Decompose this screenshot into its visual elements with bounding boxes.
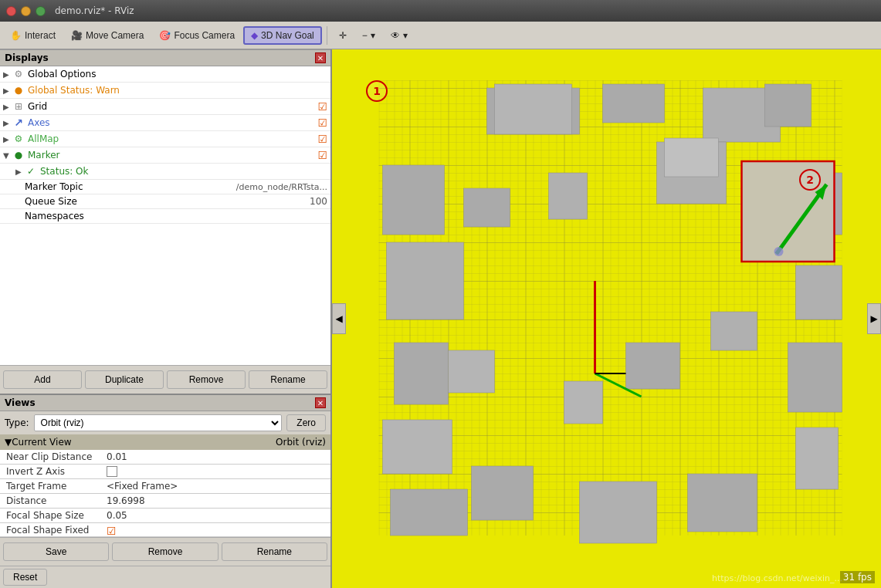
- svg-rect-19: [665, 138, 719, 177]
- rename-view-button[interactable]: Rename: [222, 542, 327, 561]
- near-clip-label: Near Clip Distance: [6, 451, 107, 462]
- focal-shape-fixed-checkbox[interactable]: ☑: [107, 525, 117, 535]
- svg-rect-17: [796, 427, 839, 489]
- arrow-right-button[interactable]: ▶: [867, 303, 881, 334]
- views-section: Views ✕ Type: Orbit (rviz) Zero ▼ Curren…: [0, 394, 330, 566]
- cv-row-focal-shape-fixed: Focal Shape Fixed Size ☑: [0, 523, 330, 537]
- rename-display-button[interactable]: Rename: [249, 370, 327, 389]
- axes-checkbox[interactable]: ☑: [317, 117, 327, 129]
- current-view-section: ▼ Current View Orbit (rviz) Near Clip Di…: [0, 434, 330, 537]
- minimize-button[interactable]: [21, 6, 31, 16]
- allmap-checkbox[interactable]: ☑: [317, 133, 327, 145]
- add-toolbar-button[interactable]: ✛: [332, 27, 354, 44]
- window-title: demo.rviz* - RViz: [55, 5, 134, 16]
- remove-display-button[interactable]: Remove: [167, 370, 246, 389]
- close-button[interactable]: [6, 6, 16, 16]
- grid-icon: ⊞: [12, 100, 25, 113]
- focus-camera-button[interactable]: 🎯 Focus Camera: [152, 27, 242, 44]
- displays-list: ▶ ⚙ Global Options ▶ ● Global Status: Wa…: [0, 66, 330, 365]
- displays-close-button[interactable]: ✕: [315, 52, 326, 63]
- viewport[interactable]: ◀ ▶ 1 2 https://blog.csdn.net/weixin_...…: [332, 49, 881, 588]
- queue-size-value: 100: [310, 196, 327, 207]
- cv-row-distance: Distance 19.6998: [0, 494, 330, 509]
- cv-row-invert-z: Invert Z Axis: [0, 465, 330, 479]
- expand-arrow-allmap: ▶: [3, 135, 12, 144]
- views-buttons: Save Remove Rename: [0, 537, 330, 566]
- distance-label: Distance: [6, 495, 107, 506]
- maximize-button[interactable]: [36, 6, 46, 16]
- marker-topic-value: /demo_node/RRTsta...: [236, 182, 327, 192]
- left-panel: Displays ✕ ▶ ⚙ Global Options ▶ ● Global…: [0, 49, 332, 588]
- duplicate-display-button[interactable]: Duplicate: [85, 370, 164, 389]
- current-view-type: Orbit (rviz): [276, 437, 326, 448]
- svg-rect-21: [549, 173, 588, 219]
- svg-rect-6: [603, 84, 665, 123]
- reset-button[interactable]: Reset: [3, 569, 47, 586]
- svg-rect-5: [495, 84, 572, 134]
- interact-label: Interact: [25, 30, 56, 41]
- svg-rect-12: [383, 420, 452, 474]
- allmap-label: AllMap: [28, 133, 173, 144]
- marker-topic-label: Marker Topic: [25, 181, 130, 192]
- zero-button[interactable]: Zero: [286, 414, 326, 431]
- grid-checkbox[interactable]: ☑: [317, 100, 327, 113]
- display-item-global-options[interactable]: ▶ ⚙ Global Options: [0, 66, 330, 83]
- display-item-queue-size[interactable]: Queue Size 100: [0, 194, 330, 209]
- eye-toolbar-button[interactable]: 👁 ▾: [384, 27, 415, 44]
- remove-view-button[interactable]: Remove: [112, 542, 218, 561]
- svg-rect-10: [387, 242, 464, 319]
- svg-point-35: [774, 247, 784, 256]
- svg-rect-9: [383, 165, 445, 235]
- invert-z-checkbox[interactable]: [107, 466, 117, 477]
- minus-toolbar-button[interactable]: − ▾: [355, 27, 382, 44]
- toolbar-separator: [327, 26, 327, 45]
- move-camera-label: Move Camera: [86, 30, 144, 41]
- axes-label: Axes: [28, 117, 173, 128]
- move-camera-button[interactable]: 🎥 Move Camera: [64, 27, 151, 44]
- focal-shape-size-value: 0.05: [107, 510, 127, 521]
- minus-icon: −: [362, 30, 368, 41]
- interact-button[interactable]: ✋ Interact: [3, 27, 63, 44]
- svg-rect-8: [765, 84, 812, 127]
- current-view-header: ▼ Current View Orbit (rviz): [0, 434, 330, 450]
- svg-rect-11: [395, 343, 449, 404]
- nav-goal-button[interactable]: ◆ 3D Nav Goal: [243, 26, 322, 45]
- invert-z-label: Invert Z Axis: [6, 466, 107, 477]
- near-clip-value: 0.01: [107, 451, 127, 462]
- cv-row-near-clip: Near Clip Distance 0.01: [0, 450, 330, 465]
- display-item-axes[interactable]: ▶ ↗ Axes ☑: [0, 115, 330, 131]
- marker-checkbox[interactable]: ☑: [317, 149, 327, 161]
- allmap-icon: ⚙: [12, 133, 25, 145]
- display-item-marker-topic[interactable]: Marker Topic /demo_node/RRTsta...: [0, 180, 330, 194]
- dropdown-icon: ▾: [371, 30, 375, 41]
- expand-arrow-global-options: ▶: [3, 70, 12, 79]
- nav-goal-label: 3D Nav Goal: [261, 30, 314, 41]
- distance-value: 19.6998: [107, 495, 145, 506]
- expand-arrow-grid: ▶: [3, 103, 12, 111]
- add-display-button[interactable]: Add: [3, 370, 82, 389]
- save-view-button[interactable]: Save: [3, 542, 109, 561]
- url-watermark: https://blog.csdn.net/weixin_...: [712, 573, 842, 583]
- focus-camera-label: Focus Camera: [174, 30, 235, 41]
- global-options-label: Global Options: [28, 69, 327, 79]
- display-item-grid[interactable]: ▶ ⊞ Grid ☑: [0, 99, 330, 115]
- display-item-global-status[interactable]: ▶ ● Global Status: Warn: [0, 83, 330, 99]
- status-ok-icon: ✓: [25, 165, 37, 177]
- fps-display: 31 fps: [840, 571, 875, 583]
- displays-header: Displays ✕: [0, 49, 330, 66]
- svg-rect-26: [626, 343, 680, 389]
- display-item-marker[interactable]: ▼ ● Marker ☑: [0, 147, 330, 164]
- views-type-row: Type: Orbit (rviz) Zero: [0, 411, 330, 434]
- annotation-1: 1: [366, 80, 388, 102]
- expand-arrow-global-status: ▶: [3, 86, 12, 95]
- display-item-namespaces[interactable]: Namespaces: [0, 209, 330, 224]
- views-close-button[interactable]: ✕: [315, 397, 326, 408]
- views-type-select[interactable]: Orbit (rviz): [34, 414, 283, 431]
- arrow-left-button[interactable]: ◀: [332, 303, 346, 334]
- global-status-label: Global Status: Warn: [28, 85, 327, 96]
- expand-arrow-marker: ▼: [3, 151, 12, 160]
- display-item-status-ok[interactable]: ▶ ✓ Status: Ok: [0, 164, 330, 180]
- svg-rect-27: [711, 312, 757, 350]
- global-options-icon: ⚙: [12, 68, 25, 80]
- display-item-allmap[interactable]: ▶ ⚙ AllMap ☑: [0, 131, 330, 147]
